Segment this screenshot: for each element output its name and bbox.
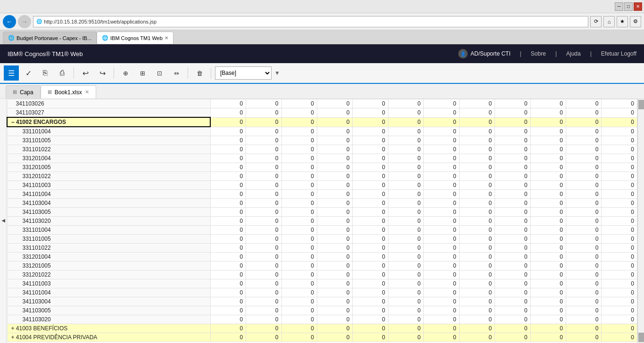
data-cell[interactable]: 0 [281,253,317,261]
data-cell[interactable]: 0 [246,172,281,181]
data-cell[interactable]: 0 [424,190,459,199]
data-cell[interactable]: 0 [353,217,388,226]
data-cell[interactable]: 0 [210,288,246,297]
data-cell[interactable]: 0 [495,208,530,217]
data-cell[interactable]: 0 [495,163,530,172]
data-cell[interactable]: 0 [459,226,495,235]
data-cell[interactable]: 0 [210,244,246,253]
table-row[interactable]: 331101005000000000000 [7,136,637,145]
data-cell[interactable]: 0 [566,136,602,145]
data-cell[interactable]: 0 [281,244,317,253]
data-cell[interactable]: 0 [566,253,602,261]
data-cell[interactable]: 0 [353,226,388,235]
data-cell[interactable]: 0 [602,145,637,154]
data-cell[interactable]: 0 [388,279,423,288]
tab-close-button[interactable]: ✕ [165,35,168,41]
data-cell[interactable]: 0 [530,199,566,208]
data-cell[interactable]: 0 [281,208,317,217]
data-cell[interactable]: 0 [495,199,530,208]
table-row[interactable]: 341103020000000000000 [7,315,637,324]
data-cell[interactable]: 0 [281,117,317,127]
data-cell[interactable]: 0 [530,235,566,244]
data-cell[interactable]: 0 [566,288,602,297]
data-cell[interactable]: 0 [388,297,423,306]
data-cell[interactable]: 0 [388,117,423,127]
data-cell[interactable]: 0 [388,244,423,253]
data-cell[interactable]: 0 [210,315,246,324]
data-cell[interactable]: 0 [281,108,317,118]
table-row[interactable]: 341101004000000000000 [7,190,637,199]
row-label[interactable]: 341103004 [7,199,210,208]
data-cell[interactable]: 0 [210,270,246,279]
data-cell[interactable]: 0 [602,172,637,181]
table-row[interactable]: 341103004000000000000 [7,297,637,306]
data-cell[interactable]: 0 [495,315,530,324]
data-cell[interactable]: 0 [495,324,530,333]
data-cell[interactable]: 0 [602,163,637,172]
table-row[interactable]: 341103027000000000000 [7,108,637,118]
data-cell[interactable]: 0 [459,324,495,333]
table-row[interactable]: 341101003000000000000 [7,279,637,288]
row-label[interactable]: 331201022 [7,270,210,279]
data-cell[interactable]: 0 [210,136,246,145]
data-cell[interactable]: 0 [424,324,459,333]
data-cell[interactable]: 0 [459,136,495,145]
data-cell[interactable]: 0 [530,163,566,172]
table-row[interactable]: 331101004000000000000 [7,127,637,136]
data-cell[interactable]: 0 [602,226,637,235]
data-cell[interactable]: 0 [246,306,281,315]
data-cell[interactable]: 0 [353,297,388,306]
table-row[interactable]: 341103020000000000000 [7,217,637,226]
data-cell[interactable]: 0 [281,136,317,145]
data-cell[interactable]: 0 [210,208,246,217]
data-cell[interactable]: 0 [566,208,602,217]
data-cell[interactable]: 0 [353,154,388,163]
row-label[interactable]: 341103004 [7,297,210,306]
base-dropdown[interactable]: [Base] [215,66,272,80]
data-cell[interactable]: 0 [424,315,459,324]
data-cell[interactable]: 0 [210,108,246,118]
data-cell[interactable]: 0 [281,315,317,324]
data-cell[interactable]: 0 [530,279,566,288]
data-cell[interactable]: 0 [317,270,352,279]
table-row[interactable]: 341101004000000000000 [7,288,637,297]
data-cell[interactable]: 0 [495,235,530,244]
data-cell[interactable]: 0 [317,306,352,315]
data-cell[interactable]: 0 [566,217,602,226]
data-cell[interactable]: 0 [459,235,495,244]
data-cell[interactable]: 0 [566,297,602,306]
data-cell[interactable]: 0 [281,127,317,136]
data-cell[interactable]: 0 [602,199,637,208]
data-cell[interactable]: 0 [424,172,459,181]
data-cell[interactable]: 0 [210,235,246,244]
row-label[interactable]: 341101004 [7,190,210,199]
data-cell[interactable]: 0 [210,324,246,333]
data-cell[interactable]: 0 [388,270,423,279]
data-cell[interactable]: 0 [246,217,281,226]
data-cell[interactable]: 0 [602,190,637,199]
data-cell[interactable]: 0 [281,333,317,342]
data-cell[interactable]: 0 [566,154,602,163]
data-cell[interactable]: 0 [317,136,352,145]
row-label[interactable]: 331101005 [7,136,210,145]
data-cell[interactable]: 0 [530,208,566,217]
data-cell[interactable]: 0 [495,270,530,279]
data-cell[interactable]: 0 [566,117,602,127]
data-cell[interactable]: 0 [246,315,281,324]
data-cell[interactable]: 0 [566,279,602,288]
data-cell[interactable]: 0 [317,324,352,333]
data-cell[interactable]: 0 [602,261,637,270]
table-row[interactable]: 331101022000000000000 [7,244,637,253]
insert-row-button[interactable]: ⊕ [118,65,133,81]
data-cell[interactable]: 0 [495,261,530,270]
data-cell[interactable]: 0 [210,333,246,342]
data-cell[interactable]: 0 [317,117,352,127]
data-cell[interactable]: 0 [424,253,459,261]
data-cell[interactable]: 0 [566,306,602,315]
table-row[interactable]: 331101022000000000000 [7,145,637,154]
data-cell[interactable]: 0 [281,261,317,270]
data-cell[interactable]: 0 [246,108,281,118]
data-cell[interactable]: 0 [246,244,281,253]
maximize-button[interactable]: □ [624,2,633,11]
table-row[interactable]: 331201022000000000000 [7,270,637,279]
